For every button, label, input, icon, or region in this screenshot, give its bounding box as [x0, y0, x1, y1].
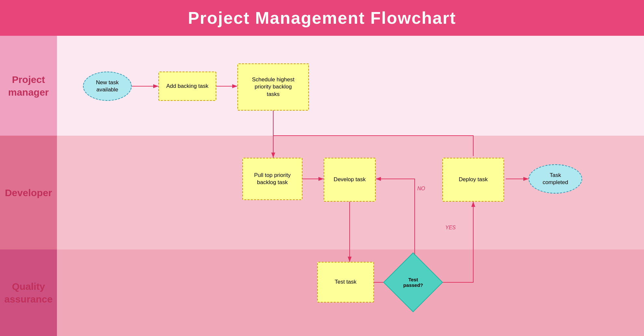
- pull-top-node: Pull top prioritybacklog task: [242, 158, 302, 200]
- pm-lane-label: Projectmanager: [0, 36, 57, 136]
- test-task-node: Test task: [317, 262, 374, 302]
- pm-label-text: Projectmanager: [8, 73, 49, 99]
- pull-top-label: Pull top prioritybacklog task: [254, 172, 290, 186]
- flowchart-body: Projectmanager Developer Qualityassuranc…: [0, 36, 644, 336]
- page-wrapper: Project Management Flowchart Projectmana…: [0, 0, 644, 336]
- new-task-label: New taskavailable: [96, 79, 119, 93]
- qa-lane-label: Qualityassurance: [0, 249, 57, 336]
- schedule-tasks-node: Schedule highestpriority backlogtasks: [237, 63, 309, 111]
- add-backlog-node: Add backing task: [158, 72, 216, 101]
- deploy-task-node: Deploy task: [442, 158, 504, 202]
- task-completed-label: Taskcompleted: [543, 172, 568, 186]
- dev-label-text: Developer: [5, 186, 52, 199]
- develop-task-label: Develop task: [334, 176, 366, 183]
- task-completed-node: Taskcompleted: [529, 164, 582, 194]
- qa-label-text: Qualityassurance: [4, 280, 52, 305]
- test-task-label: Test task: [335, 278, 356, 286]
- lane-labels: Projectmanager Developer Qualityassuranc…: [0, 36, 57, 336]
- new-task-node: New taskavailable: [83, 72, 132, 101]
- dev-lane-label: Developer: [0, 136, 57, 249]
- add-backlog-label: Add backing task: [166, 83, 208, 90]
- develop-task-node: Develop task: [324, 158, 376, 202]
- schedule-tasks-label: Schedule highestpriority backlogtasks: [252, 76, 294, 98]
- pm-lane-bg: [57, 36, 644, 136]
- test-passed-label: Testpassed?: [403, 277, 423, 288]
- page-title: Project Management Flowchart: [0, 0, 644, 36]
- flowchart-area: NO YES New taskavailable: [57, 36, 644, 336]
- deploy-task-label: Deploy task: [459, 176, 488, 183]
- title-text: Project Management Flowchart: [188, 8, 456, 28]
